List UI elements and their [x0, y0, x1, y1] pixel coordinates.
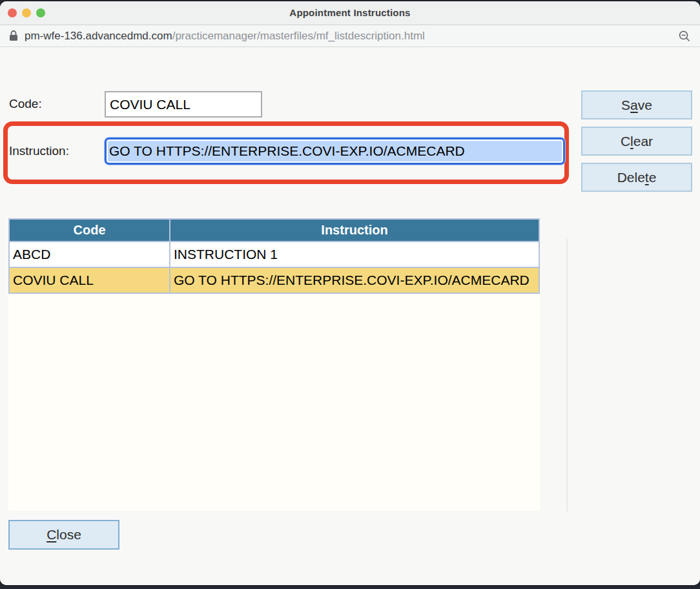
url-domain: pm-wfe-136.advancedmd.com: [25, 30, 172, 42]
table-row[interactable]: ABCD INSTRUCTION 1: [9, 242, 539, 267]
close-button[interactable]: Close: [8, 520, 119, 550]
title-bar: Appointment Instructions: [0, 1, 700, 25]
column-header-instruction: Instruction: [170, 219, 539, 242]
window-title: Appointment Instructions: [0, 7, 700, 18]
zoom-out-icon[interactable]: [678, 30, 691, 43]
cell-instruction[interactable]: GO TO HTTPS://ENTERPRISE.COVI-EXP.IO/ACM…: [170, 267, 539, 293]
instruction-input[interactable]: [108, 141, 562, 161]
lock-icon[interactable]: [9, 30, 18, 41]
frame-divider: [566, 239, 568, 512]
clear-button[interactable]: Clear: [581, 127, 692, 156]
cell-code[interactable]: ABCD: [9, 242, 170, 267]
code-input[interactable]: [105, 91, 262, 118]
cell-code[interactable]: COVIU CALL: [9, 267, 170, 293]
browser-window: Appointment Instructions pm-wfe-136.adva…: [0, 1, 700, 585]
table-header-row: Code Instruction: [9, 219, 539, 242]
instruction-input-focus-ring: [105, 138, 565, 165]
code-label: Code:: [9, 97, 42, 111]
cell-instruction[interactable]: INSTRUCTION 1: [170, 242, 539, 267]
table-row-selected[interactable]: COVIU CALL GO TO HTTPS://ENTERPRISE.COVI…: [9, 267, 539, 293]
save-button[interactable]: Save: [581, 90, 692, 119]
instructions-table: Code Instruction ABCD INSTRUCTION 1 COVI…: [8, 218, 540, 294]
column-header-code: Code: [9, 219, 170, 242]
url-path: /practicemanager/masterfiles/mf_listdesc…: [172, 30, 425, 42]
page-content: Code: Instruction: Save Clear Delete Cod…: [0, 47, 700, 585]
url-text: pm-wfe-136.advancedmd.com/practicemanage…: [25, 30, 425, 43]
delete-button[interactable]: Delete: [581, 163, 692, 192]
instruction-label: Instruction:: [9, 144, 69, 158]
instructions-list: Code Instruction ABCD INSTRUCTION 1 COVI…: [8, 218, 540, 511]
address-bar[interactable]: pm-wfe-136.advancedmd.com/practicemanage…: [0, 25, 700, 47]
